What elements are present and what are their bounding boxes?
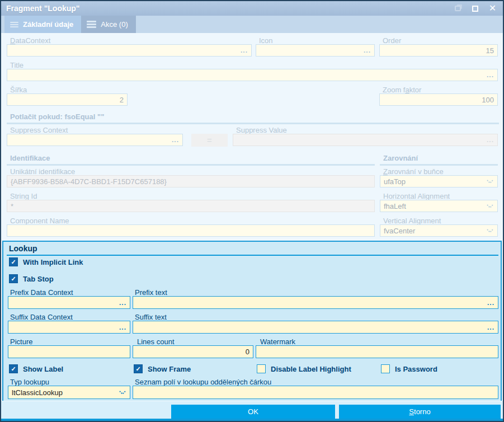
lookup-rule (7, 255, 498, 256)
maximize-glyph (472, 6, 478, 12)
section-rule (380, 164, 498, 166)
restore-icon[interactable] (450, 3, 465, 14)
unique-id-field: {ABFF9936-B58A-4D7C-BBD1-F15D7C657188} (7, 175, 375, 187)
suppress-value-field: ... (233, 134, 498, 146)
sirka-label: Šířka (10, 86, 27, 94)
watermark-field[interactable] (256, 345, 498, 358)
ellipsis-icon[interactable]: ... (487, 71, 494, 79)
chevron-down-icon[interactable] (119, 390, 126, 395)
picture-label: Picture (10, 337, 32, 346)
tab-bar: Základní údaje Akce (0) (1, 16, 503, 33)
chevron-down-icon[interactable] (486, 179, 494, 184)
ellipsis-icon[interactable]: ... (364, 46, 371, 54)
titlebar[interactable]: Fragment "Lookup" (1, 1, 503, 16)
chevron-down-icon[interactable] (486, 228, 494, 233)
zarovnani-header: Zarovnání (383, 154, 418, 162)
string-id-field: * (7, 200, 375, 212)
suffix-data-context-field[interactable]: ... (8, 321, 130, 334)
tab-label-actions: Akce (0) (101, 20, 128, 29)
suppress-context-field[interactable]: ... (7, 134, 183, 146)
ellipsis-icon[interactable]: ... (487, 299, 494, 307)
picture-field[interactable] (8, 345, 130, 358)
order-field[interactable]: 15 (379, 44, 498, 57)
icon-label: Icon (259, 36, 273, 45)
suppress-value-label: Suppress Value (236, 126, 287, 134)
tab-akce[interactable]: Akce (0) (81, 16, 135, 33)
lines-count-label: Lines count (137, 337, 175, 346)
dialog-window: Fragment "Lookup" ✕ Základní údaje Akce … (0, 0, 504, 422)
suffix-data-context-label: Suffix Data Context (10, 313, 73, 321)
list-icon (10, 22, 18, 27)
suppress-section-header: Potlačit pokud: fsoEqual "" (10, 112, 104, 121)
title-field[interactable]: ... (7, 69, 498, 81)
title-label: Title (10, 61, 23, 69)
watermark-label: Watermark (260, 337, 295, 346)
suffix-text-field[interactable]: ... (133, 321, 498, 334)
horizontal-align-dropdown[interactable]: fhaLeft (380, 200, 498, 212)
lookup-panel: Lookup ✓ With Implicit Link ✓ Tab Stop P… (2, 241, 502, 403)
cell-align-dropdown[interactable]: ufaTop (380, 175, 498, 187)
equals-icon: = (207, 135, 212, 145)
datacontext-field[interactable]: ... (7, 44, 252, 57)
typ-lookupu-dropdown[interactable]: ltClassicLookup (8, 386, 130, 399)
window-title: Fragment "Lookup" (1, 4, 80, 13)
list-icon (87, 21, 96, 28)
ellipsis-icon[interactable]: ... (241, 46, 248, 54)
ellipsis-icon[interactable]: ... (119, 323, 126, 331)
unique-id-label: Unikátní identifikace (10, 167, 75, 176)
prefix-text-field[interactable]: ... (133, 296, 498, 309)
seznam-poli-label: Seznam polí v lookupu oddělených čárkou (135, 378, 271, 386)
checkbox-checked-icon: ✓ (134, 364, 143, 373)
checkbox-unchecked-icon (257, 364, 266, 373)
storno-button[interactable]: Storno (339, 405, 501, 419)
ellipsis-icon: ... (487, 136, 494, 144)
maximize-icon[interactable] (468, 3, 483, 14)
tab-label-basic: Základní údaje (23, 20, 73, 29)
lines-count-field[interactable]: 0 (133, 345, 253, 358)
is-password-checkbox[interactable]: Is Password (381, 364, 437, 373)
ellipsis-icon[interactable]: ... (119, 299, 126, 307)
lookup-header: Lookup (9, 244, 37, 253)
sirka-field[interactable]: 2 (7, 93, 128, 106)
component-name-field[interactable] (7, 224, 375, 237)
ok-button[interactable]: OK (171, 405, 335, 419)
storno-label: Storno (409, 407, 430, 416)
zoom-faktor-field[interactable]: 100 (379, 93, 498, 106)
checkbox-unchecked-icon (381, 364, 390, 373)
prefix-text-label: Prefix text (135, 288, 167, 297)
restore-glyph (455, 6, 461, 11)
seznam-poli-field[interactable] (133, 386, 498, 399)
close-glyph: ✕ (489, 4, 496, 13)
with-implicit-link-checkbox[interactable]: ✓ With Implicit Link (9, 257, 83, 266)
chevron-down-icon[interactable] (486, 204, 494, 209)
vertical-align-label: Vertical Alignment (383, 217, 441, 225)
suffix-text-label: Suffix text (135, 313, 167, 321)
disable-label-highlight-checkbox[interactable]: Disable Label Highlight (257, 364, 351, 373)
button-bar: OK Storno (1, 401, 503, 421)
zoom-faktor-label: Zoom faktor (383, 86, 421, 94)
tab-zakladni-udaje[interactable]: Základní údaje (4, 16, 81, 33)
typ-lookupu-label: Typ lookupu (10, 378, 49, 386)
ok-label: OK (248, 407, 258, 416)
checkbox-checked-icon: ✓ (9, 274, 18, 283)
tab-stop-checkbox[interactable]: ✓ Tab Stop (9, 274, 54, 283)
section-rule (7, 164, 375, 166)
suppress-operator-button[interactable]: = (191, 134, 228, 147)
checkbox-checked-icon: ✓ (9, 364, 18, 373)
ellipsis-icon[interactable]: ... (487, 323, 494, 331)
component-name-label: Component Name (10, 217, 69, 225)
show-frame-checkbox[interactable]: ✓ Show Frame (134, 364, 191, 373)
string-id-label: String Id (10, 192, 37, 200)
checkbox-checked-icon: ✓ (9, 257, 18, 266)
close-icon[interactable]: ✕ (485, 3, 500, 14)
horizontal-align-label: Horizontal Alignment (383, 192, 450, 200)
vertical-align-dropdown[interactable]: fvaCenter (380, 224, 498, 237)
icon-field[interactable]: ... (256, 44, 375, 57)
prefix-data-context-label: Prefix Data Context (10, 288, 73, 297)
prefix-data-context-field[interactable]: ... (8, 296, 130, 309)
identifikace-header: Identifikace (10, 154, 50, 162)
section-rule (7, 123, 499, 124)
show-label-checkbox[interactable]: ✓ Show Label (9, 364, 63, 373)
datacontext-label: DataContext (10, 36, 50, 45)
ellipsis-icon[interactable]: ... (172, 136, 179, 144)
